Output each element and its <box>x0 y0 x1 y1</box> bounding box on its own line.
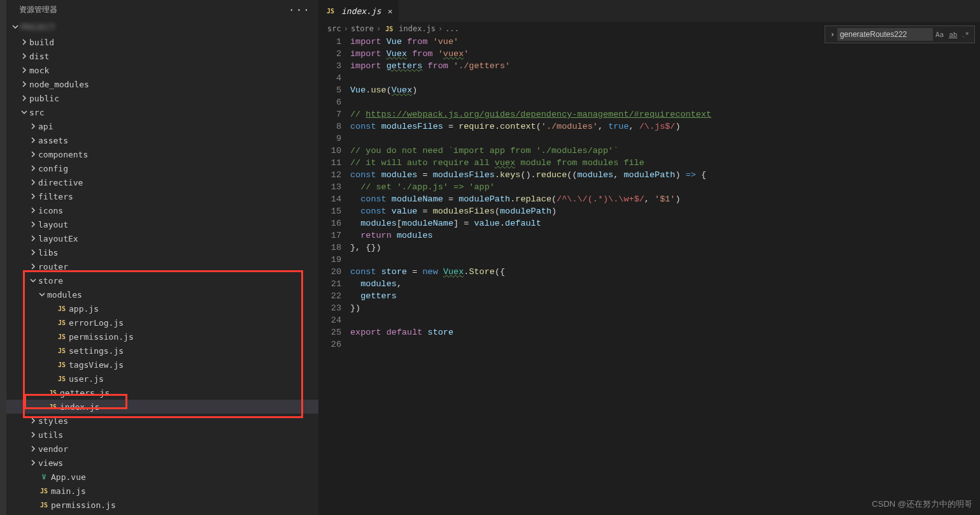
file-item[interactable]: VApp.vue <box>6 470 318 484</box>
tree-item-label: dist <box>29 52 49 61</box>
close-icon[interactable]: × <box>388 6 393 16</box>
folder-item[interactable]: api <box>6 119 318 133</box>
explorer-sidebar: 资源管理器 ··· PROJECT builddistmocknode_modu… <box>6 0 318 515</box>
folder-item[interactable]: config <box>6 161 318 175</box>
project-name: PROJECT <box>20 22 55 32</box>
sidebar-title: 资源管理器 <box>19 4 57 15</box>
folder-item[interactable]: libs <box>6 245 318 259</box>
tree-item-label: styles <box>38 416 68 426</box>
code-content[interactable]: import Vue from 'vue'import Vuex from 'v… <box>350 36 980 515</box>
editor-area: JS index.js × src › store › JS index.js … <box>318 0 980 515</box>
tree-item-label: node_modules <box>29 80 89 89</box>
js-file-icon: JS <box>56 347 67 354</box>
chevron-right-icon: › <box>376 24 381 33</box>
chevron-right-icon <box>28 151 38 157</box>
activity-bar[interactable] <box>0 0 6 515</box>
folder-item[interactable]: modules <box>6 287 318 301</box>
tree-item-label: public <box>29 94 59 103</box>
folder-item[interactable]: filters <box>6 189 318 203</box>
find-widget[interactable]: › Aa ab ․* <box>825 25 975 43</box>
folder-item[interactable]: layoutEx <box>6 231 318 245</box>
tree-item-label: icons <box>38 206 63 215</box>
code-editor[interactable]: 1234567891011121314151617181920212223242… <box>318 36 980 515</box>
folder-item[interactable]: src <box>6 105 318 119</box>
tree-item-label: router <box>38 262 68 272</box>
chevron-right-icon: › <box>344 24 348 33</box>
tree-item-label: index.js <box>60 402 100 412</box>
folder-item[interactable]: store <box>6 273 318 287</box>
folder-item[interactable]: icons <box>6 203 318 217</box>
folder-item[interactable]: router <box>6 259 318 273</box>
folder-item[interactable]: assets <box>6 133 318 147</box>
folder-item[interactable]: directive <box>6 175 318 189</box>
tree-item-label: getters.js <box>60 388 110 398</box>
find-input[interactable] <box>837 28 933 41</box>
vue-file-icon: V <box>38 474 50 481</box>
js-file-icon: JS <box>56 375 67 382</box>
chevron-right-icon <box>19 39 29 45</box>
tree-item-label: mock <box>29 66 49 75</box>
tab-index-js[interactable]: JS index.js × <box>318 0 399 22</box>
tree-item-label: assets <box>38 136 68 145</box>
folder-item[interactable]: node_modules <box>6 77 318 91</box>
tree-item-label: api <box>38 122 53 131</box>
folder-item[interactable]: layout <box>6 217 318 231</box>
breadcrumb-tail: ... <box>445 24 459 33</box>
project-root[interactable]: PROJECT <box>6 20 318 34</box>
chevron-right-icon <box>28 235 38 242</box>
more-icon[interactable]: ··· <box>288 4 311 16</box>
chevron-right-icon <box>28 193 38 199</box>
tree-item-label: settings.js <box>69 346 124 356</box>
file-item[interactable]: JSpermission.js <box>6 498 318 512</box>
breadcrumb-part[interactable]: store <box>351 24 374 33</box>
tree-item-label: libs <box>38 248 58 258</box>
chevron-right-icon <box>28 417 38 424</box>
tree-item-label: components <box>38 150 88 159</box>
chevron-right-icon[interactable]: › <box>828 30 837 39</box>
folder-item[interactable]: build <box>6 35 318 49</box>
chevron-right-icon <box>28 249 38 256</box>
chevron-right-icon <box>19 81 29 87</box>
watermark: CSDN @还在努力中的明哥 <box>872 498 972 510</box>
file-item[interactable]: JSindex.js <box>6 400 318 414</box>
tree-item-label: permission.js <box>69 332 134 342</box>
file-item[interactable]: JSgetters.js <box>6 386 318 400</box>
find-match-case[interactable]: Aa <box>933 31 946 39</box>
folder-item[interactable]: vendor <box>6 442 318 456</box>
file-item[interactable]: JSapp.js <box>6 301 318 316</box>
chevron-right-icon <box>28 123 38 129</box>
tree-item-label: utils <box>38 430 63 440</box>
line-gutter: 1234567891011121314151617181920212223242… <box>318 36 350 515</box>
folder-item[interactable]: components <box>6 147 318 161</box>
find-whole-word[interactable]: ab <box>946 31 960 39</box>
chevron-right-icon <box>28 263 38 270</box>
folder-item[interactable]: styles <box>6 414 318 428</box>
tree-item-label: layout <box>38 220 68 229</box>
chevron-right-icon <box>19 53 29 59</box>
tree-item-label: views <box>38 458 63 468</box>
file-item[interactable]: JSerrorLog.js <box>6 316 318 330</box>
breadcrumb-part[interactable]: src <box>327 24 341 33</box>
folder-item[interactable]: dist <box>6 49 318 63</box>
js-file-icon: JS <box>47 389 59 396</box>
js-file-icon: JS <box>383 25 395 33</box>
tree-item-label: user.js <box>69 374 104 384</box>
file-tree: builddistmocknode_modulespublicsrcapiass… <box>6 34 318 515</box>
chevron-right-icon <box>28 432 38 438</box>
file-item[interactable]: JSuser.js <box>6 372 318 386</box>
folder-item[interactable]: utils <box>6 428 318 442</box>
breadcrumb-file[interactable]: index.js <box>399 24 436 33</box>
chevron-right-icon <box>19 95 29 101</box>
file-item[interactable]: JStagsView.js <box>6 358 318 372</box>
tree-item-label: directive <box>38 178 83 187</box>
file-item[interactable]: JSmain.js <box>6 484 318 498</box>
folder-item[interactable]: mock <box>6 63 318 77</box>
folder-item[interactable]: public <box>6 91 318 105</box>
folder-item[interactable]: views <box>6 456 318 470</box>
find-regex[interactable]: ․* <box>960 31 972 39</box>
sidebar-header: 资源管理器 ··· <box>6 0 318 20</box>
file-item[interactable]: JSpermission.js <box>6 330 318 344</box>
chevron-right-icon: › <box>438 24 443 33</box>
tree-item-label: main.js <box>51 486 86 496</box>
file-item[interactable]: JSsettings.js <box>6 344 318 358</box>
